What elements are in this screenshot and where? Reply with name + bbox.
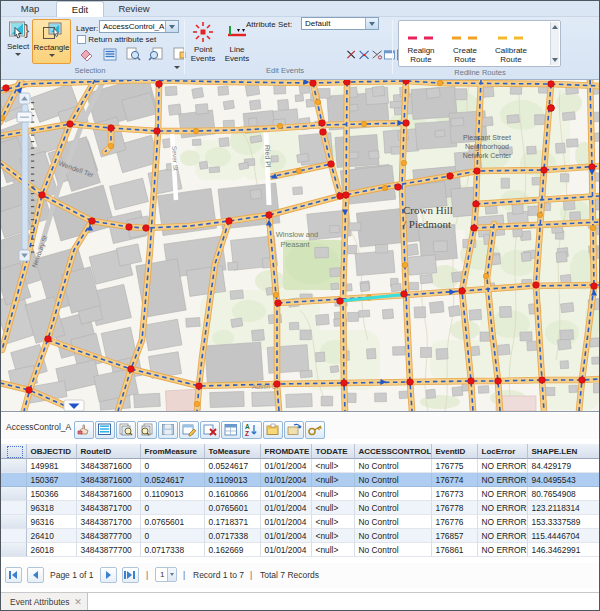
svg-text:Network Center: Network Center: [463, 152, 512, 159]
svg-text:Winslow and: Winslow and: [276, 230, 319, 239]
svg-text:Pleasant: Pleasant: [280, 240, 310, 249]
svg-text:Pleasant Street: Pleasant Street: [463, 134, 511, 141]
svg-text:Ried Pl: Ried Pl: [264, 145, 272, 168]
svg-text:Sever St: Sever St: [171, 146, 179, 171]
svg-text:}: }: [25, 22, 30, 38]
svg-text:Neighborhood: Neighborhood: [465, 143, 509, 151]
svg-text:/ Piedmont: / Piedmont: [403, 218, 451, 230]
svg-text:Z: Z: [245, 430, 249, 437]
svg-text:Crown Hill: Crown Hill: [403, 204, 453, 216]
